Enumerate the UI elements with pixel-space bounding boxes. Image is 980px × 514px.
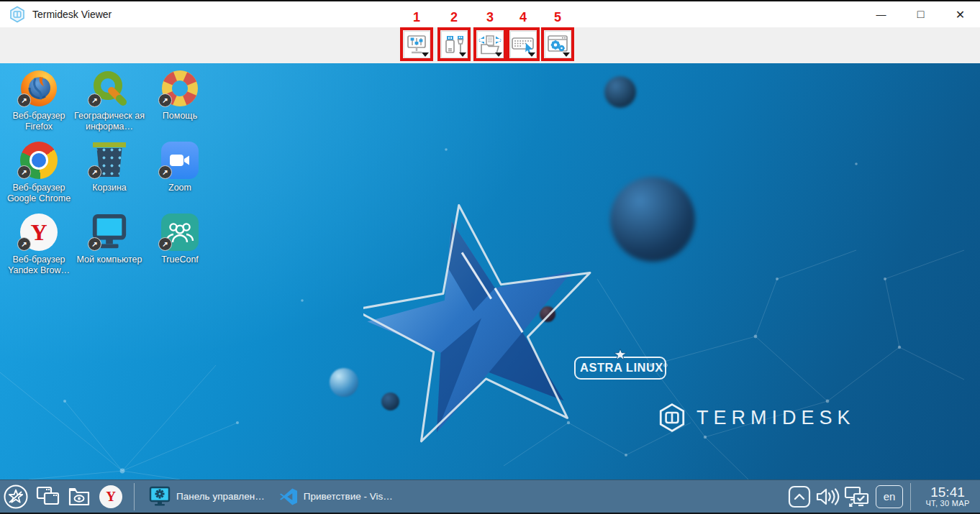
desktop-icon-yandex[interactable]: Y ↗ Веб-браузер Yandex Brow… [4,212,74,284]
astra-start-icon [3,484,29,510]
decor-sphere-dark-small [381,393,399,410]
yandex-browser-icon: Y [99,485,122,508]
shortcut-arrow-badge: ↗ [158,165,172,179]
dropdown-caret-icon [459,52,466,57]
dropdown-caret-icon [528,52,535,57]
vscode-icon [279,487,298,506]
shortcut-arrow-badge: ↗ [88,237,101,251]
network-button[interactable] [844,485,871,508]
file-manager-button[interactable] [63,481,95,513]
termidesk-viewer-window: Termidesk Viewer — □ ✕ 1 [0,0,980,514]
annotation-number-1: 1 [403,10,430,25]
shortcut-arrow-badge: ↗ [158,93,172,107]
dropdown-caret-icon [563,52,570,57]
task-label: Приветствие - Vis… [304,491,393,502]
desktop-icon-label: Помощь [163,111,197,121]
annotation-box-3: 3 [473,27,507,61]
astra-star-icon [614,349,627,360]
astra-logo-reg: ® [663,362,668,369]
shortcut-arrow-badge: ↗ [88,165,101,179]
dropdown-caret-icon [495,52,502,57]
desktop-icon-zoom[interactable]: ↗ Zoom [145,140,215,212]
annotation-box-1: 1 [400,27,433,61]
control-panel-icon [149,486,171,508]
close-button[interactable]: ✕ [940,1,980,27]
shortcut-arrow-badge: ↗ [17,93,31,107]
clock-time: 15:41 [930,485,965,500]
termidesk-app-icon [9,6,26,23]
usb-devices-button[interactable] [441,31,468,58]
decor-sphere-large [610,177,695,262]
annotation-number-4: 4 [509,10,537,25]
keyboard-send-button[interactable] [510,31,537,58]
desktop-icon-label: Географическ ая информа… [74,111,145,133]
tray-expand-button[interactable] [788,485,811,508]
clock-date: ЧТ, 30 МАР [925,500,969,508]
dropdown-caret-icon [422,52,429,57]
desktop-icon-firefox[interactable]: ↗ Веб-браузер Firefox [4,68,74,140]
annotation-box-5: 5 [541,27,574,61]
desktop-icon-label: Корзина [92,183,127,193]
decor-sphere-light [330,368,358,397]
annotation-number-5: 5 [544,10,571,25]
desktop-icon-grid: ↗ Веб-браузер Firefox ↗ Географическ ая … [4,68,215,284]
window-switcher-button[interactable] [32,481,63,513]
network-devices-icon [844,485,871,508]
yandex-launcher-button[interactable]: Y [95,481,127,513]
volume-button[interactable] [815,487,840,507]
shortcut-arrow-badge: ↗ [17,165,31,179]
viewer-toolbar: 1 2 [0,27,980,63]
annotation-box-4: 4 [507,27,540,61]
desktop-icon-chrome[interactable]: ↗ Веб-браузер Google Chrome [4,140,74,212]
speaker-icon [815,487,840,507]
remote-desktop-area[interactable]: ASTRA LINUX® TERMIDESK [0,63,980,479]
window-switcher-icon [35,485,60,508]
desktop-icon-trash[interactable]: ↗ Корзина [74,140,145,212]
shortcut-arrow-badge: ↗ [158,237,172,251]
desktop-icon-label: Мой компьютер [77,254,142,265]
desktop-icon-label: Zoom [168,183,191,193]
desktop-icon-my-computer[interactable]: ↗ Мой компьютер [74,212,145,284]
termidesk-hexagon-icon [657,402,687,433]
start-menu-button[interactable] [0,481,32,513]
desktop-icon-label: TrueConf [161,254,199,265]
clock[interactable]: 15:41 ЧТ, 30 МАР [918,485,974,508]
astra-logo-text: ASTRA LINUX [580,361,663,374]
annotation-number-3: 3 [476,10,504,25]
task-vscode[interactable]: Приветствие - Vis… [272,481,400,513]
termidesk-logo-text: TERMIDESK [697,407,856,429]
desktop-icon-trueconf[interactable]: ↗ TrueConf [145,212,215,284]
display-settings-button[interactable] [404,31,430,58]
desktop-icon-label: Веб-браузер Firefox [4,111,74,133]
annotation-number-2: 2 [440,10,468,25]
desktop-icon-qgis[interactable]: ↗ Географическ ая информа… [74,68,145,140]
task-control-panel[interactable]: Панель управлен… [142,481,272,513]
termidesk-logo: TERMIDESK [657,402,856,433]
decor-sphere-small-top [604,76,636,108]
tray-divider [910,483,911,510]
language-indicator[interactable]: en [876,485,903,508]
shortcut-arrow-badge: ↗ [17,237,31,251]
astra-star-graphic [363,200,594,451]
task-label: Панель управлен… [176,491,265,502]
taskbar: Y Панель управлен… [0,479,980,514]
taskbar-divider [134,483,135,510]
shortcut-arrow-badge: ↗ [88,93,101,107]
file-transfer-button[interactable] [477,31,504,58]
desktop-icon-help[interactable]: ↗ Помощь [145,68,215,140]
decor-sphere-tiny [540,306,555,322]
file-manager-icon [67,485,91,508]
minimize-button[interactable]: — [861,1,901,27]
desktop-icon-label: Веб-браузер Google Chrome [4,183,74,205]
window-title: Termidesk Viewer [32,9,112,20]
maximize-button[interactable]: □ [901,1,940,27]
chevron-up-icon [788,485,811,508]
system-tray: en 15:41 ЧТ, 30 МАР [788,483,980,510]
annotation-box-2: 2 [437,27,471,61]
astra-linux-logo: ASTRA LINUX® [574,357,666,380]
session-settings-button[interactable] [545,31,571,58]
desktop-icon-label: Веб-браузер Yandex Brow… [4,254,74,277]
